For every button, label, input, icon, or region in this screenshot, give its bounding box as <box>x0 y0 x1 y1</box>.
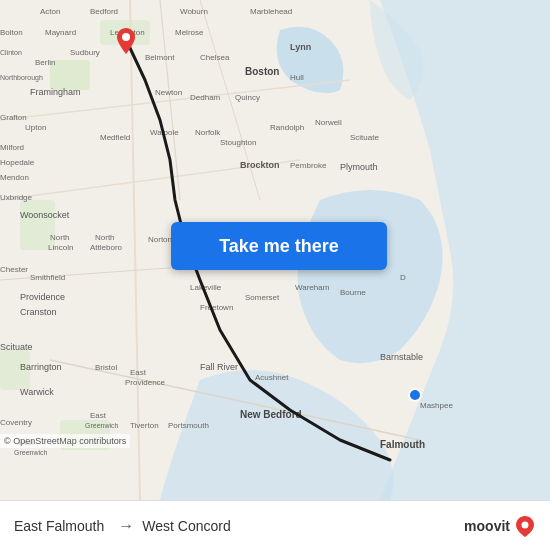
svg-text:Acushnet: Acushnet <box>255 373 289 382</box>
svg-text:Melrose: Melrose <box>175 28 204 37</box>
svg-text:Tiverton: Tiverton <box>130 421 159 430</box>
map-container: Acton Bedford Woburn Marblehead Bolton M… <box>0 0 550 500</box>
svg-text:Walpole: Walpole <box>150 128 179 137</box>
svg-text:D: D <box>400 273 406 282</box>
destination-label: West Concord <box>142 518 230 534</box>
svg-text:Norfolk: Norfolk <box>195 128 221 137</box>
svg-text:Brockton: Brockton <box>240 160 280 170</box>
svg-text:Portsmouth: Portsmouth <box>168 421 209 430</box>
take-me-there-button[interactable]: Take me there <box>171 222 387 270</box>
svg-text:Berlin: Berlin <box>35 58 55 67</box>
osm-credit: © OpenStreetMap contributors <box>0 434 130 448</box>
svg-text:Maynard: Maynard <box>45 28 76 37</box>
svg-text:Medfield: Medfield <box>100 133 130 142</box>
svg-text:Grafton: Grafton <box>0 113 27 122</box>
svg-text:Randolph: Randolph <box>270 123 304 132</box>
svg-text:Providence: Providence <box>20 292 65 302</box>
svg-text:Somerset: Somerset <box>245 293 280 302</box>
svg-text:Scituate: Scituate <box>350 133 379 142</box>
origin-label: East Falmouth <box>14 518 104 534</box>
svg-text:Cranston: Cranston <box>20 307 57 317</box>
svg-text:Scituate: Scituate <box>0 342 33 352</box>
svg-text:Dedham: Dedham <box>190 93 221 102</box>
svg-text:Stoughton: Stoughton <box>220 138 256 147</box>
svg-text:Quincy: Quincy <box>235 93 260 102</box>
svg-text:Hull: Hull <box>290 73 304 82</box>
svg-text:New Bedford: New Bedford <box>240 409 302 420</box>
svg-text:Belmont: Belmont <box>145 53 175 62</box>
svg-text:Chelsea: Chelsea <box>200 53 230 62</box>
moovit-logo: moovit <box>464 515 536 537</box>
moovit-icon <box>514 515 536 537</box>
svg-text:East: East <box>90 411 107 420</box>
svg-text:Plymouth: Plymouth <box>340 162 378 172</box>
svg-text:Uxbridge: Uxbridge <box>0 193 33 202</box>
svg-text:Warwick: Warwick <box>20 387 54 397</box>
svg-text:Framingham: Framingham <box>30 87 81 97</box>
svg-text:Providence: Providence <box>125 378 166 387</box>
svg-text:Bolton: Bolton <box>0 28 23 37</box>
svg-text:Woonsocket: Woonsocket <box>20 210 70 220</box>
origin-dot <box>408 388 422 402</box>
svg-text:Upton: Upton <box>25 123 46 132</box>
svg-text:Northborough: Northborough <box>0 74 43 82</box>
svg-text:North: North <box>95 233 115 242</box>
svg-text:Mashpee: Mashpee <box>420 401 453 410</box>
svg-rect-1 <box>50 60 90 90</box>
svg-text:Hopedale: Hopedale <box>0 158 35 167</box>
svg-text:Wareham: Wareham <box>295 283 330 292</box>
svg-text:Norton: Norton <box>148 235 172 244</box>
svg-text:Acton: Acton <box>40 7 60 16</box>
svg-text:Bristol: Bristol <box>95 363 117 372</box>
svg-text:Newton: Newton <box>155 88 182 97</box>
destination-pin <box>117 28 135 54</box>
moovit-text: moovit <box>464 518 510 534</box>
svg-text:Woburn: Woburn <box>180 7 208 16</box>
svg-text:Barnstable: Barnstable <box>380 352 423 362</box>
arrow-icon: → <box>118 517 134 535</box>
svg-text:Milford: Milford <box>0 143 24 152</box>
svg-text:Lincoln: Lincoln <box>48 243 73 252</box>
svg-text:East: East <box>130 368 147 377</box>
svg-text:Pembroke: Pembroke <box>290 161 327 170</box>
svg-text:Smithfield: Smithfield <box>30 273 65 282</box>
svg-text:North: North <box>50 233 70 242</box>
svg-text:Bedford: Bedford <box>90 7 118 16</box>
svg-text:Bourne: Bourne <box>340 288 366 297</box>
svg-text:Falmouth: Falmouth <box>380 439 425 450</box>
svg-point-87 <box>122 33 130 41</box>
svg-text:Greenwich: Greenwich <box>85 422 119 429</box>
svg-text:Barrington: Barrington <box>20 362 62 372</box>
svg-text:Lynn: Lynn <box>290 42 311 52</box>
svg-text:Greenwich: Greenwich <box>14 449 48 456</box>
svg-text:Fall River: Fall River <box>200 362 238 372</box>
svg-text:Norwell: Norwell <box>315 118 342 127</box>
svg-text:Boston: Boston <box>245 66 279 77</box>
bottom-bar: East Falmouth → West Concord moovit <box>0 500 550 550</box>
svg-text:Marblehead: Marblehead <box>250 7 292 16</box>
svg-text:Chester: Chester <box>0 265 28 274</box>
svg-text:Freetown: Freetown <box>200 303 233 312</box>
svg-text:Clinton: Clinton <box>0 49 22 56</box>
svg-point-88 <box>522 521 529 528</box>
svg-text:Sudbury: Sudbury <box>70 48 100 57</box>
svg-text:Lakeville: Lakeville <box>190 283 222 292</box>
svg-text:Attleboro: Attleboro <box>90 243 123 252</box>
svg-text:Mendon: Mendon <box>0 173 29 182</box>
svg-text:Coventry: Coventry <box>0 418 32 427</box>
